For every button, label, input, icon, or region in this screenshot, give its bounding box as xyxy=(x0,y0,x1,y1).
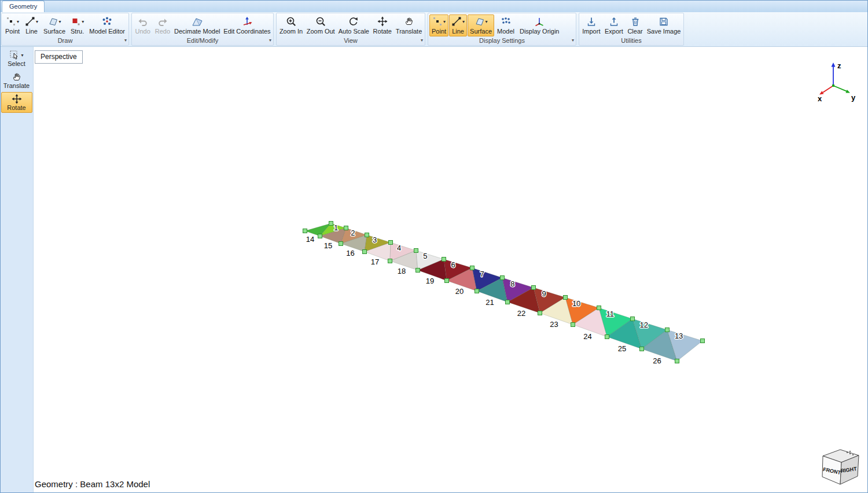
x-axis-label: x xyxy=(818,94,822,103)
redo-icon xyxy=(157,16,168,27)
display-surface-toggle[interactable]: ▾ Surface xyxy=(468,14,494,36)
translate-view-button-label: Translate xyxy=(396,28,422,35)
import-button[interactable]: Import xyxy=(580,14,602,36)
display-origin-icon xyxy=(534,16,545,27)
import-button-label: Import xyxy=(582,28,600,35)
clear-button[interactable]: Clear xyxy=(626,14,645,36)
rotate-view-button[interactable]: Rotate xyxy=(371,14,393,36)
zoom-out-button-label: Zoom Out xyxy=(307,28,335,35)
chevron-down-icon[interactable]: ▾ xyxy=(462,19,465,24)
ribbon-group-draw-caption: Draw ▾ xyxy=(2,36,128,45)
point-icon xyxy=(432,16,443,27)
save-icon xyxy=(659,16,669,27)
display-point-toggle[interactable]: ▾ Point xyxy=(429,14,448,36)
line-button-label: Line xyxy=(25,28,38,35)
redo-button[interactable]: Redo xyxy=(153,14,172,36)
point-button[interactable]: ▾ Point xyxy=(3,14,22,36)
structure-icon xyxy=(71,16,81,27)
rotate-view-button-label: Rotate xyxy=(373,28,392,35)
model-viewport[interactable]: Perspective xyxy=(34,47,868,493)
chevron-down-icon[interactable]: ▾ xyxy=(36,19,38,24)
select-tool-label: Select xyxy=(8,60,25,68)
translate-view-button[interactable]: Translate xyxy=(394,14,424,36)
undo-icon xyxy=(137,16,149,27)
ribbon-group-edit-modify-caption: Edit/Modify ▾ xyxy=(132,36,273,45)
import-icon xyxy=(586,16,597,27)
zoom-out-button[interactable]: Zoom Out xyxy=(305,14,336,36)
display-line-toggle[interactable]: ▾ Line xyxy=(449,14,467,36)
surface-icon xyxy=(475,16,485,27)
tab-perspective[interactable]: Perspective xyxy=(35,50,83,64)
model-editor-button[interactable]: Model Editor xyxy=(87,14,127,36)
edit-coordinates-icon xyxy=(241,16,253,27)
auto-scale-button[interactable]: Auto Scale xyxy=(337,14,370,36)
undo-button[interactable]: Undo xyxy=(133,14,152,36)
zoom-in-icon xyxy=(286,16,296,27)
chevron-down-icon[interactable]: ▾ xyxy=(421,36,423,45)
ribbon-group-view-caption: View ▾ xyxy=(277,36,425,45)
chevron-down-icon[interactable]: ▾ xyxy=(59,19,61,24)
rotate-tool[interactable]: Rotate xyxy=(1,92,32,113)
export-icon xyxy=(609,16,619,27)
chevron-down-icon[interactable]: ▾ xyxy=(82,19,84,24)
zoom-out-icon xyxy=(315,16,326,27)
rotate-icon xyxy=(377,16,388,27)
model-editor-icon xyxy=(102,16,112,27)
edit-coordinates-button[interactable]: Edit Coordinates xyxy=(222,14,272,36)
chevron-down-icon[interactable]: ▾ xyxy=(17,19,19,24)
ribbon-group-view: Zoom In Zoom Out Auto Scale Rotate xyxy=(276,13,425,46)
save-image-button[interactable]: Save Image xyxy=(645,14,682,36)
view-cube[interactable]: FRONT RIGHT xyxy=(815,444,863,491)
z-axis-label: z xyxy=(837,61,841,70)
rotate-icon xyxy=(12,94,22,104)
line-button[interactable]: ▾ Line xyxy=(23,14,41,36)
ribbon-group-display-settings-caption: Display Settings ▾ xyxy=(428,36,576,45)
line-icon xyxy=(25,16,35,27)
model-editor-button-label: Model Editor xyxy=(89,28,125,35)
chevron-down-icon[interactable]: ▾ xyxy=(21,53,23,58)
ribbon-group-draw: ▾ Point ▾ Line ▾ Surface ▾ Stru. xyxy=(1,13,129,46)
ribbon-group-utilities: Import Export Clear Save Image xyxy=(579,13,684,46)
structure-button[interactable]: ▾ Stru. xyxy=(68,14,86,36)
display-model-toggle[interactable]: Model xyxy=(495,14,517,36)
decimate-model-button[interactable]: Decimate Model xyxy=(173,14,222,36)
translate-tool-label: Translate xyxy=(3,82,30,90)
undo-button-label: Undo xyxy=(135,28,150,35)
chevron-down-icon[interactable]: ▾ xyxy=(269,36,271,45)
display-origin-toggle[interactable]: Display Origin xyxy=(517,14,561,36)
surface-button-label: Surface xyxy=(43,28,65,35)
rotate-tool-label: Rotate xyxy=(7,104,25,112)
line-icon xyxy=(451,16,462,27)
zoom-in-button-label: Zoom In xyxy=(279,28,303,35)
export-button-label: Export xyxy=(605,28,623,35)
chevron-down-icon[interactable]: ▾ xyxy=(572,36,574,45)
save-image-button-label: Save Image xyxy=(647,28,681,35)
auto-scale-button-label: Auto Scale xyxy=(339,28,369,35)
status-bar-text: Geometry : Beam 13x2 Model xyxy=(35,479,150,489)
y-axis-label: y xyxy=(851,93,856,102)
display-line-toggle-label: Line xyxy=(452,28,464,35)
structure-button-label: Stru. xyxy=(71,28,84,35)
ribbon-group-display-settings: ▾ Point ▾ Line ▾ Surface Model xyxy=(428,13,576,46)
tab-geometry[interactable]: Geometry xyxy=(2,1,45,12)
ribbon-group-utilities-caption: Utilities xyxy=(579,36,683,45)
export-button[interactable]: Export xyxy=(603,14,625,36)
title-bar: Geometry xyxy=(0,0,868,13)
model-icon xyxy=(501,16,511,27)
zoom-in-button[interactable]: Zoom In xyxy=(278,14,304,36)
display-surface-toggle-label: Surface xyxy=(470,28,492,35)
display-model-toggle-label: Model xyxy=(497,28,514,35)
chevron-down-icon[interactable]: ▾ xyxy=(124,36,127,45)
select-tool[interactable]: ▾ Select xyxy=(1,48,32,69)
edit-coordinates-button-label: Edit Coordinates xyxy=(223,28,270,35)
decimate-model-button-label: Decimate Model xyxy=(174,28,220,35)
trash-icon xyxy=(630,16,641,27)
clear-button-label: Clear xyxy=(627,28,642,35)
surface-button[interactable]: ▾ Surface xyxy=(41,14,68,36)
hand-icon xyxy=(12,72,22,82)
translate-tool[interactable]: Translate xyxy=(1,70,32,91)
chevron-down-icon[interactable]: ▾ xyxy=(443,19,446,24)
decimate-model-icon xyxy=(192,16,203,27)
chevron-down-icon[interactable]: ▾ xyxy=(486,19,488,24)
display-point-toggle-label: Point xyxy=(432,28,446,35)
